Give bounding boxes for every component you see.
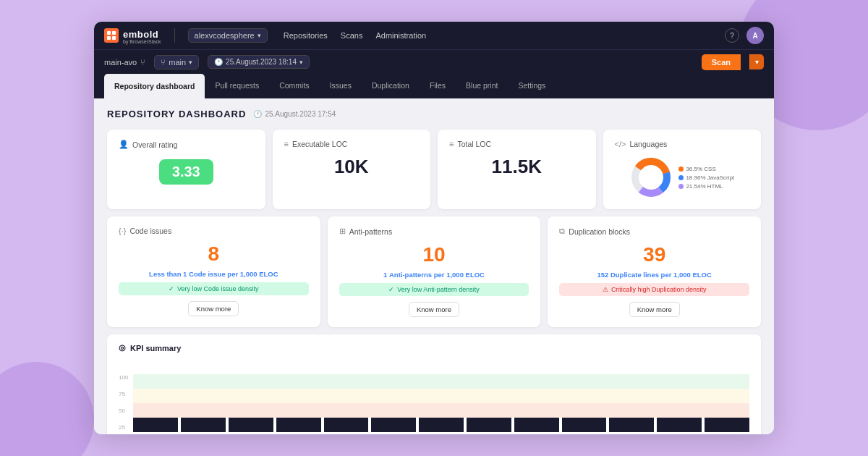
duplication-blocks-count: 39 [559, 243, 749, 266]
total-loc-value: 11.5K [449, 156, 584, 178]
kpi-header: ◎ KPI summary [119, 343, 749, 352]
executable-loc-value: 10K [284, 156, 420, 178]
band-yellow [133, 389, 749, 403]
main-content: REPOSITORY DASHBOARD 🕐 25.August.2023 17… [94, 98, 774, 434]
y-label-75: 75 [119, 391, 128, 397]
kpi-bars-area [133, 374, 749, 432]
account-name: alexvcodesphere [195, 31, 255, 40]
tab-blue-print[interactable]: Blue print [456, 74, 508, 98]
legend-js: 18.96% JavaScript [678, 174, 734, 181]
tab-duplication[interactable]: Duplication [362, 74, 420, 98]
account-selector[interactable]: alexvcodesphere ▾ [188, 28, 268, 43]
legend-label-css: 36.5% CSS [686, 166, 715, 172]
cards-row-1: 👤 Overall rating 3.33 ≡ Executable LOC 1… [107, 130, 761, 209]
tab-issues[interactable]: Issues [320, 74, 362, 98]
code-issues-detail: Less than 1 Code issue per 1,000 ELOC [119, 270, 309, 278]
total-loc-label: Total LOC [457, 140, 491, 148]
anti-patterns-detail: 1 Anti-patterns per 1,000 ELOC [339, 271, 529, 279]
repo-fork-icon: ⑂ [140, 58, 145, 67]
duplication-blocks-label: Duplication blocks [569, 227, 630, 236]
scan-button[interactable]: Scan [702, 54, 741, 70]
legend-css: 36.5% CSS [678, 166, 734, 172]
code-issues-count: 8 [119, 242, 309, 266]
anti-patterns-header: ⊞ Anti-patterns [339, 227, 529, 236]
tab-pull-requests[interactable]: Pull requests [205, 74, 269, 98]
nav-link-repositories[interactable]: Repositories [284, 31, 328, 40]
languages-donut: 36.5% CSS 18.96% JavaScript 21.54% HTML [615, 156, 750, 199]
duplication-blocks-card: ⧉ Duplication blocks 39 152 Duplicate li… [548, 216, 761, 327]
kpi-section: ◎ KPI summary 100 75 50 25 [107, 334, 761, 434]
languages-header: </> Languages [615, 140, 750, 148]
duplication-know-more[interactable]: Know more [629, 302, 680, 317]
help-button[interactable]: ? [725, 28, 739, 43]
scan-dropdown-button[interactable]: ▾ [749, 54, 764, 69]
app-window: embold by BrowserStack alexvcodesphere ▾… [94, 22, 774, 434]
anti-check-icon: ✓ [388, 286, 394, 293]
y-label-50: 50 [119, 408, 128, 414]
nav-link-scans[interactable]: Scans [341, 31, 363, 40]
legend-html: 21.54% HTML [678, 183, 734, 190]
warning-icon: ⚠ [603, 286, 608, 293]
bg-decoration-bottom-left [0, 362, 94, 456]
duplication-density-badge: ⚠ Critically high Duplication density [559, 283, 749, 296]
cards-row-2: {·} Code issues 8 Less than 1 Code issue… [107, 216, 761, 327]
date-clock-icon: 🕐 [253, 110, 262, 118]
top-nav: embold by BrowserStack alexvcodesphere ▾… [94, 22, 774, 49]
anti-patterns-density-badge: ✓ Very low Anti-pattern density [339, 283, 529, 296]
y-label-100: 100 [119, 374, 128, 381]
languages-card: </> Languages [603, 130, 762, 209]
repo-name: main-avo ⑂ [104, 58, 145, 67]
branch-selector[interactable]: ⑂ main ▾ [154, 55, 199, 69]
nav-links: Repositories Scans Administration [284, 31, 426, 40]
band-red [133, 403, 749, 418]
legend-dot-css [678, 166, 684, 172]
languages-icon: </> [615, 140, 626, 148]
code-issues-detail-suffix: Code issue per 1,000 ELOC [189, 270, 278, 278]
anti-patterns-detail-suffix: Anti-patterns per 1,000 ELOC [389, 271, 485, 279]
avatar: A [746, 27, 764, 44]
nav-right: ? A [725, 27, 764, 44]
page-header: REPOSITORY DASHBOARD 🕐 25.August.2023 17… [107, 109, 761, 119]
total-loc-card: ≡ Total LOC 11.5K [438, 130, 596, 209]
kpi-y-axis: 100 75 50 25 [119, 374, 128, 432]
duplication-density-label: Critically high Duplication density [611, 286, 707, 293]
page-date: 🕐 25.August.2023 17:54 [253, 110, 336, 118]
page-title: REPOSITORY DASHBOARD [107, 109, 246, 119]
donut-legend: 36.5% CSS 18.96% JavaScript 21.54% HTML [678, 166, 734, 190]
kpi-bg-bands [133, 374, 749, 418]
tab-commits[interactable]: Commits [269, 74, 319, 98]
check-icon: ✓ [169, 285, 174, 292]
branch-name: main [169, 58, 186, 67]
logo-name: embold [123, 29, 158, 40]
y-label-25: 25 [119, 424, 128, 431]
date-selector[interactable]: 🕐 25.August.2023 18:14 ▾ [208, 55, 310, 69]
duplication-blocks-detail: 152 Duplicate lines per 1,000 ELOC [559, 271, 749, 279]
legend-dot-html [678, 184, 684, 189]
languages-label: Languages [629, 140, 667, 148]
code-issues-know-more[interactable]: Know more [188, 301, 239, 316]
nav-link-administration[interactable]: Administration [375, 31, 426, 40]
band-green [133, 374, 749, 389]
tab-files[interactable]: Files [420, 74, 456, 98]
tab-settings[interactable]: Settings [508, 74, 556, 98]
code-issues-detail-highlight: Less than 1 [149, 270, 187, 278]
clock-icon: 🕐 [214, 58, 223, 66]
overall-rating-value-container: 3.33 [119, 156, 254, 187]
code-issues-density-badge: ✓ Very low Code issue density [119, 282, 309, 295]
logo-text-block: embold by BrowserStack [123, 28, 161, 44]
code-issues-header: {·} Code issues [119, 227, 309, 235]
date-chevron-icon: ▾ [299, 59, 303, 66]
tab-repository-dashboard[interactable]: Repository dashboard [104, 74, 205, 98]
overall-rating-header: 👤 Overall rating [119, 140, 254, 149]
anti-patterns-know-more[interactable]: Know more [409, 302, 459, 317]
executable-loc-header: ≡ Executable LOC [284, 140, 420, 148]
rating-icon: 👤 [119, 140, 129, 149]
anti-patterns-density-label: Very low Anti-pattern density [397, 286, 480, 293]
executable-loc-card: ≡ Executable LOC 10K [273, 130, 431, 209]
executable-loc-label: Executable LOC [292, 140, 347, 148]
duplication-detail-suffix: Duplicate lines per 1,000 ELOC [610, 271, 712, 279]
scan-date: 25.August.2023 18:14 [226, 58, 297, 66]
overall-rating-label: Overall rating [132, 140, 177, 149]
logo-sub: by BrowserStack [123, 39, 161, 44]
overall-rating-card: 👤 Overall rating 3.33 [107, 130, 265, 209]
